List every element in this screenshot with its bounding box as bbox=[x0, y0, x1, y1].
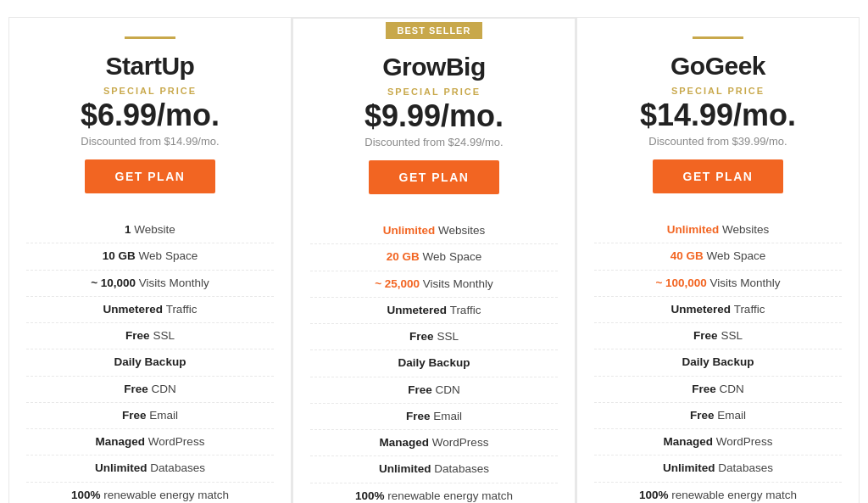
feature-item: 1 Website bbox=[26, 217, 274, 243]
feature-bold: Free bbox=[692, 383, 716, 395]
get-plan-button-gogeek[interactable]: GET PLAN bbox=[653, 159, 784, 193]
best-seller-badge-wrapper: BEST SELLER bbox=[293, 19, 575, 42]
feature-bold: 100% bbox=[355, 489, 385, 502]
feature-bold: Free bbox=[125, 329, 150, 342]
feature-rest: Databases bbox=[431, 462, 489, 475]
feature-rest: Email bbox=[715, 409, 747, 422]
best-seller-badge: BEST SELLER bbox=[386, 22, 483, 39]
feature-rest: Traffic bbox=[163, 303, 197, 316]
feature-item: Daily Backup bbox=[310, 350, 558, 377]
plan-name-growbig: GrowBig bbox=[293, 53, 575, 81]
feature-bold: Managed bbox=[664, 435, 714, 448]
feature-rest: renewable energy match bbox=[384, 489, 513, 502]
pricing-wrapper: StartUpSPECIAL PRICE$6.99/mo.Discounted … bbox=[0, 0, 868, 503]
feature-item: ~ 100,000 Visits Monthly bbox=[594, 271, 842, 297]
feature-item: Daily Backup bbox=[26, 349, 274, 376]
feature-rest: CDN bbox=[148, 383, 176, 395]
feature-item: Free Email bbox=[310, 404, 558, 430]
feature-item: Free CDN bbox=[594, 377, 842, 403]
special-price-label-startup: SPECIAL PRICE bbox=[9, 86, 291, 96]
discounted-from-startup: Discounted from $14.99/mo. bbox=[9, 135, 291, 148]
feature-item: Unmetered Traffic bbox=[310, 298, 558, 324]
feature-rest: Traffic bbox=[731, 303, 765, 316]
feature-item: Daily Backup bbox=[594, 349, 842, 376]
badge-spacer bbox=[577, 18, 859, 42]
feature-bold: ~ 100,000 bbox=[655, 277, 706, 289]
feature-item: ~ 10,000 Visits Monthly bbox=[26, 271, 274, 297]
feature-rest: CDN bbox=[716, 383, 744, 395]
feature-item: 20 GB Web Space bbox=[310, 244, 558, 271]
feature-bold: Managed bbox=[96, 435, 146, 448]
feature-bold: Free bbox=[122, 409, 147, 422]
feature-item: Unlimited Websites bbox=[310, 218, 558, 244]
feature-item: Unmetered Traffic bbox=[594, 297, 842, 323]
feature-item: Free CDN bbox=[310, 377, 558, 404]
feature-bold: Free bbox=[406, 410, 431, 422]
special-price-label-gogeek: SPECIAL PRICE bbox=[577, 86, 859, 96]
plan-name-startup: StartUp bbox=[9, 52, 291, 81]
feature-rest: Visits Monthly bbox=[420, 277, 493, 290]
feature-rest: Visits Monthly bbox=[707, 277, 781, 289]
feature-item: Unlimited Databases bbox=[26, 455, 274, 482]
plan-top-line bbox=[125, 36, 175, 39]
feature-bold: Unlimited bbox=[379, 462, 431, 475]
feature-bold: Unmetered bbox=[387, 304, 448, 316]
feature-rest: Traffic bbox=[447, 304, 481, 316]
feature-rest: WordPress bbox=[713, 435, 772, 448]
feature-item: Unlimited Databases bbox=[594, 455, 842, 482]
get-plan-button-startup[interactable]: GET PLAN bbox=[85, 159, 216, 193]
plan-name-gogeek: GoGeek bbox=[577, 52, 859, 81]
feature-item: Managed WordPress bbox=[594, 429, 842, 455]
get-plan-button-growbig[interactable]: GET PLAN bbox=[369, 160, 500, 194]
feature-item: ~ 25,000 Visits Monthly bbox=[310, 271, 558, 298]
feature-bold: 10 GB bbox=[103, 249, 136, 262]
feature-item: 10 GB Web Space bbox=[26, 243, 274, 270]
feature-bold: Unlimited bbox=[383, 224, 436, 237]
feature-item: Managed WordPress bbox=[310, 430, 558, 456]
feature-bold: 1 bbox=[125, 223, 131, 236]
feature-rest: Web Space bbox=[420, 250, 481, 263]
feature-item: Unmetered Traffic bbox=[26, 297, 274, 323]
features-list-startup: 1 Website10 GB Web Space~ 10,000 Visits … bbox=[9, 217, 291, 503]
feature-rest: Websites bbox=[435, 224, 485, 237]
feature-bold: Managed bbox=[380, 436, 430, 449]
badge-spacer bbox=[9, 18, 291, 42]
feature-bold: Daily Backup bbox=[398, 356, 470, 369]
feature-bold: 20 GB bbox=[387, 250, 420, 263]
feature-item: Free Email bbox=[26, 403, 274, 429]
feature-rest: WordPress bbox=[429, 436, 488, 449]
feature-bold: Unmetered bbox=[103, 303, 164, 316]
feature-rest: Web Space bbox=[704, 249, 765, 262]
feature-item: Unlimited Websites bbox=[594, 217, 842, 243]
features-list-gogeek: Unlimited Websites40 GB Web Space~ 100,0… bbox=[577, 217, 859, 503]
feature-rest: WordPress bbox=[145, 435, 204, 448]
feature-rest: Visits Monthly bbox=[136, 277, 209, 289]
feature-rest: Websites bbox=[719, 223, 769, 236]
plan-top-line bbox=[693, 36, 743, 39]
price-growbig: $9.99/mo. bbox=[293, 98, 575, 134]
feature-bold: 40 GB bbox=[670, 249, 704, 262]
feature-bold: ~ 25,000 bbox=[375, 277, 420, 290]
price-gogeek: $14.99/mo. bbox=[577, 98, 859, 133]
feature-item: Managed WordPress bbox=[26, 429, 274, 455]
plan-card-growbig: BEST SELLER GrowBigSPECIAL PRICE$9.99/mo… bbox=[292, 17, 576, 503]
plan-card-gogeek: GoGeekSPECIAL PRICE$14.99/mo.Discounted … bbox=[576, 17, 860, 503]
feature-rest: Website bbox=[131, 223, 175, 236]
features-list-growbig: Unlimited Websites20 GB Web Space~ 25,00… bbox=[293, 218, 575, 503]
feature-item: Free CDN bbox=[26, 377, 274, 403]
feature-item: Free SSL bbox=[310, 324, 558, 350]
feature-rest: Email bbox=[147, 409, 179, 422]
discounted-from-growbig: Discounted from $24.99/mo. bbox=[293, 136, 575, 148]
feature-bold: 100% bbox=[71, 489, 101, 501]
feature-bold: Free bbox=[690, 409, 715, 422]
feature-bold: Free bbox=[408, 383, 432, 396]
special-price-label-growbig: SPECIAL PRICE bbox=[293, 87, 575, 97]
feature-rest: SSL bbox=[150, 329, 175, 342]
feature-item: 100% renewable energy match bbox=[594, 483, 842, 504]
feature-bold: Unmetered bbox=[671, 303, 732, 316]
feature-rest: Databases bbox=[715, 461, 773, 474]
feature-bold: Unlimited bbox=[663, 461, 715, 474]
plan-card-startup: StartUpSPECIAL PRICE$6.99/mo.Discounted … bbox=[8, 17, 292, 503]
feature-item: 40 GB Web Space bbox=[594, 243, 842, 270]
feature-item: Free SSL bbox=[594, 323, 842, 349]
